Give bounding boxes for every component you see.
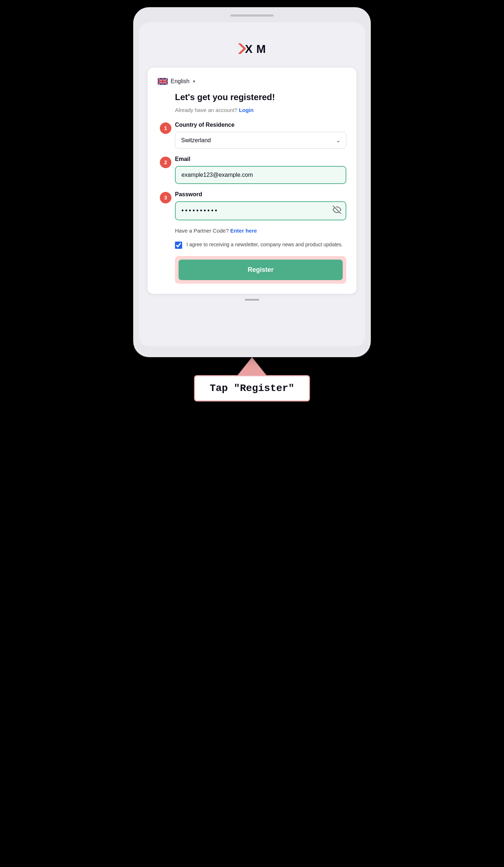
svg-rect-11	[162, 78, 163, 85]
partner-code-row: Have a Partner Code? Enter here	[175, 228, 346, 234]
svg-text:M: M	[256, 42, 266, 55]
device-wrapper: X M	[126, 0, 378, 401]
annotation-area: Tap "Register"	[126, 357, 378, 401]
country-label: Country of Residence	[175, 122, 234, 128]
device-notch	[230, 14, 274, 17]
email-input[interactable]	[175, 166, 346, 184]
page-heading: Let's get you registered!	[175, 92, 346, 103]
registration-card: English ▾ Let's get you registered! Alre…	[148, 68, 356, 294]
password-label-row: Password	[175, 191, 346, 198]
country-field-group: 1 Country of Residence Switzerland Unite…	[175, 122, 346, 149]
newsletter-label: I agree to receiving a newsletter, compa…	[186, 241, 343, 248]
country-select[interactable]: Switzerland United States United Kingdom…	[175, 132, 346, 149]
tap-register-label: Tap "Register"	[194, 375, 310, 401]
login-prompt-text: Already have an account?	[175, 107, 237, 113]
xm-logo: X M	[230, 40, 274, 58]
country-select-wrapper: Switzerland United States United Kingdom…	[175, 132, 346, 149]
register-button[interactable]: Register	[179, 260, 343, 280]
device-screen: X M	[139, 22, 365, 346]
login-link[interactable]: Login	[239, 107, 254, 113]
device-frame: X M	[133, 7, 371, 357]
home-indicator	[245, 299, 259, 301]
country-label-row: Country of Residence	[175, 122, 346, 128]
language-selector[interactable]: English ▾	[158, 78, 346, 85]
arrow-icon	[238, 357, 266, 375]
partner-code-prompt: Have a Partner Code?	[175, 228, 229, 234]
language-label: English	[171, 78, 189, 85]
language-chevron-icon: ▾	[193, 79, 195, 84]
register-button-area: Register	[175, 256, 346, 284]
email-field-group: 2 Email	[175, 156, 346, 184]
newsletter-checkbox[interactable]	[175, 242, 182, 249]
svg-text:X: X	[245, 42, 253, 55]
form-inner: Let's get you registered! Already have a…	[158, 92, 346, 284]
email-label: Email	[175, 156, 190, 162]
eye-toggle-icon[interactable]	[333, 206, 341, 216]
partner-code-link[interactable]: Enter here	[230, 228, 257, 234]
step-badge-2: 2	[160, 157, 171, 168]
step-badge-3: 3	[160, 192, 171, 203]
email-label-row: Email	[175, 156, 346, 162]
newsletter-checkbox-row: I agree to receiving a newsletter, compa…	[175, 241, 346, 249]
password-input[interactable]	[175, 201, 346, 220]
step-badge-1: 1	[160, 122, 171, 134]
password-label: Password	[175, 191, 202, 198]
password-wrapper	[175, 201, 346, 220]
password-field-group: 3 Password	[175, 191, 346, 220]
uk-flag-icon	[158, 78, 168, 85]
login-prompt: Already have an account? Login	[175, 107, 346, 113]
